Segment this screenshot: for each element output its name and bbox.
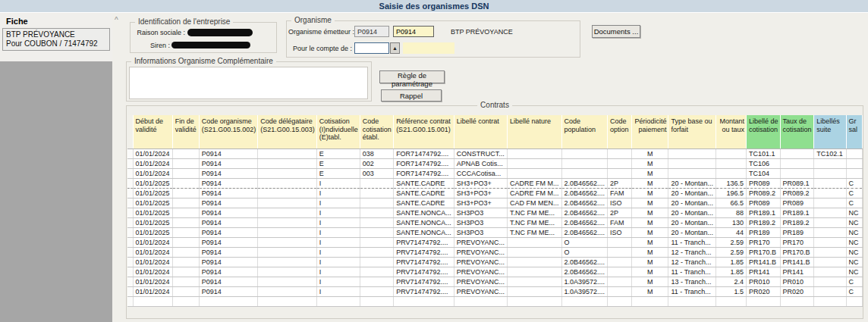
table-cell[interactable]: [360, 286, 393, 296]
table-cell[interactable]: SANTE.CADRE: [394, 178, 454, 188]
table-cell[interactable]: [668, 296, 716, 306]
table-cell[interactable]: PR089.2: [780, 188, 814, 198]
table-cell[interactable]: 2P: [608, 208, 632, 217]
table-cell[interactable]: PR141: [780, 267, 814, 277]
table-cell[interactable]: [608, 237, 632, 247]
table-cell[interactable]: [508, 148, 562, 158]
organisme-emetteur-code-field[interactable]: [354, 26, 389, 37]
table-cell[interactable]: 2.59: [716, 237, 747, 247]
row-selector-cell[interactable]: [127, 168, 133, 178]
table-cell[interactable]: [172, 188, 199, 198]
table-cell[interactable]: M: [631, 168, 668, 178]
table-cell[interactable]: E: [316, 158, 360, 168]
table-cell[interactable]: [258, 198, 317, 208]
table-cell[interactable]: 01/01/2024: [133, 158, 172, 168]
table-cell[interactable]: PR010: [780, 277, 814, 286]
row-selector-cell[interactable]: [127, 227, 133, 237]
table-cell[interactable]: 12 - Tranch...: [668, 247, 716, 257]
table-cell[interactable]: [133, 296, 172, 306]
table-cell[interactable]: PREVOYANC...: [454, 277, 507, 286]
table-cell[interactable]: [747, 296, 781, 306]
table-cell[interactable]: M: [631, 227, 668, 237]
table-cell[interactable]: [716, 158, 747, 168]
table-cell[interactable]: 2.0B46562....: [561, 217, 608, 227]
table-cell[interactable]: 038: [360, 148, 393, 158]
table-cell[interactable]: [814, 277, 846, 286]
table-cell[interactable]: O: [561, 247, 608, 257]
table-cell[interactable]: C: [846, 188, 862, 198]
column-header-montant-taux[interactable]: Montant ou taux: [716, 115, 747, 148]
table-cell[interactable]: 2.0B46562....: [561, 227, 608, 237]
table-cell[interactable]: [360, 257, 393, 267]
table-cell[interactable]: P0914: [199, 178, 258, 188]
table-cell[interactable]: P0914: [199, 227, 258, 237]
table-cell[interactable]: 88: [716, 208, 747, 217]
table-cell[interactable]: [394, 296, 454, 306]
table-cell[interactable]: 11 - Tranch...: [668, 237, 716, 247]
table-cell[interactable]: 01/01/2024: [133, 168, 172, 178]
table-cell[interactable]: P0914: [199, 188, 258, 198]
table-cell[interactable]: P0914: [199, 198, 258, 208]
table-cell[interactable]: I: [316, 257, 360, 267]
column-header-reference-contrat[interactable]: Référence contrat (S21.G00.15.001): [394, 115, 454, 148]
table-cell[interactable]: [608, 267, 632, 277]
table-cell[interactable]: [508, 168, 562, 178]
table-cell[interactable]: T.NC FM ME...: [508, 227, 562, 237]
table-cell[interactable]: I: [316, 178, 360, 188]
table-cell[interactable]: 01/01/2025: [133, 198, 172, 208]
table-cell[interactable]: [258, 257, 317, 267]
table-cell[interactable]: SANTE.NONCA...: [394, 217, 454, 227]
table-cell[interactable]: [814, 217, 846, 227]
table-cell[interactable]: M: [631, 217, 668, 227]
table-cell[interactable]: [814, 208, 846, 217]
table-cell[interactable]: [608, 296, 632, 306]
table-cell[interactable]: [608, 286, 632, 296]
table-cell[interactable]: PR170: [747, 237, 781, 247]
table-cell[interactable]: C: [846, 178, 862, 188]
table-cell[interactable]: [846, 168, 862, 178]
column-header-code-delegataire[interactable]: Code délégataire (S21.G00.15.003): [258, 115, 317, 148]
table-cell[interactable]: [360, 237, 393, 247]
table-cell[interactable]: [258, 277, 317, 286]
table-cell[interactable]: P0914: [199, 148, 258, 158]
table-cell[interactable]: PREVOYANC...: [454, 247, 507, 257]
table-cell[interactable]: [508, 267, 562, 277]
table-cell[interactable]: [258, 148, 317, 158]
table-cell[interactable]: TC106: [747, 158, 781, 168]
table-cell[interactable]: M: [631, 286, 668, 296]
table-cell[interactable]: [258, 168, 317, 178]
table-cell[interactable]: [508, 247, 562, 257]
table-cell[interactable]: 20 - Montan...: [668, 217, 716, 227]
table-cell[interactable]: M: [631, 267, 668, 277]
table-cell[interactable]: [172, 247, 199, 257]
table-cell[interactable]: I: [316, 198, 360, 208]
table-cell[interactable]: [608, 148, 632, 158]
table-cell[interactable]: I: [316, 237, 360, 247]
pour-le-compte-name-field[interactable]: [403, 42, 454, 54]
table-cell[interactable]: [360, 296, 393, 306]
column-header-libelles-suite[interactable]: Libellés suite: [814, 115, 846, 148]
table-cell[interactable]: 2.0B46562....: [561, 257, 608, 267]
table-cell[interactable]: M: [631, 148, 668, 158]
table-cell[interactable]: CAD FM MEN...: [508, 198, 562, 208]
table-cell[interactable]: I: [316, 208, 360, 217]
table-cell[interactable]: PR141.B: [747, 257, 781, 267]
table-cell[interactable]: 1.85: [716, 257, 747, 267]
table-cell[interactable]: [258, 286, 317, 296]
organisme-emetteur-code2-field[interactable]: [393, 26, 434, 37]
table-cell[interactable]: [172, 178, 199, 188]
table-cell[interactable]: PREVOYANC...: [454, 286, 507, 296]
table-cell[interactable]: [454, 296, 507, 306]
table-cell[interactable]: FOR71474792....: [394, 148, 454, 158]
pour-le-compte-dropdown-button[interactable]: ▲: [390, 42, 400, 54]
table-cell[interactable]: [814, 296, 846, 306]
table-cell[interactable]: 130: [716, 217, 747, 227]
table-cell[interactable]: 11 - Tranch...: [668, 267, 716, 277]
table-cell[interactable]: PREVOYANC...: [454, 237, 507, 247]
table-cell[interactable]: PR189: [780, 227, 814, 237]
table-cell[interactable]: [608, 247, 632, 257]
table-cell[interactable]: [360, 188, 393, 198]
table-cell[interactable]: [508, 237, 562, 247]
table-cell[interactable]: [172, 257, 199, 267]
table-cell[interactable]: PR010: [747, 277, 781, 286]
